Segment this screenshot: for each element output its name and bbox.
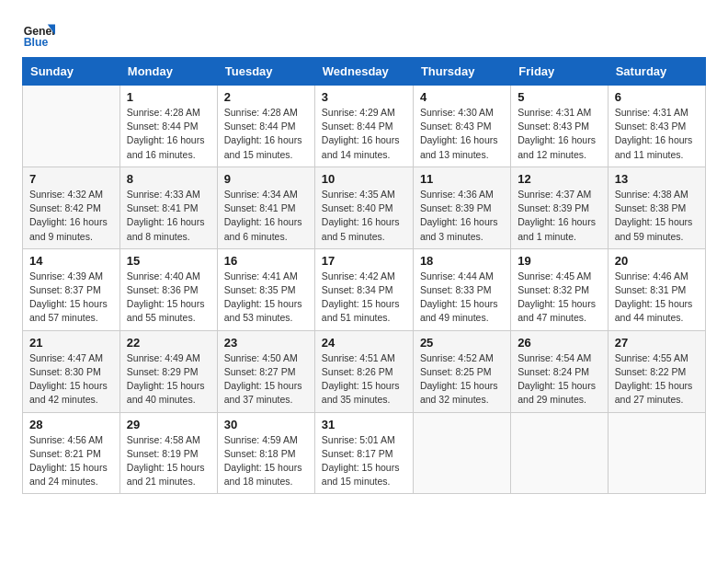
calendar-cell: 13Sunrise: 4:38 AM Sunset: 8:38 PM Dayli… xyxy=(608,167,705,248)
day-info: Sunrise: 4:37 AM Sunset: 8:39 PM Dayligh… xyxy=(518,188,600,244)
day-info: Sunrise: 4:55 AM Sunset: 8:22 PM Dayligh… xyxy=(615,351,699,408)
day-info: Sunrise: 4:50 AM Sunset: 8:27 PM Dayligh… xyxy=(224,351,308,408)
calendar-cell: 17Sunrise: 4:42 AM Sunset: 8:34 PM Dayli… xyxy=(314,248,413,330)
calendar-cell: 18Sunrise: 4:44 AM Sunset: 8:33 PM Dayli… xyxy=(413,248,510,330)
calendar-cell: 6Sunrise: 4:31 AM Sunset: 8:43 PM Daylig… xyxy=(608,86,705,167)
day-number: 19 xyxy=(518,254,600,268)
day-number: 20 xyxy=(615,254,699,268)
weekday-header-tuesday: Tuesday xyxy=(217,58,314,86)
day-info: Sunrise: 5:01 AM Sunset: 8:17 PM Dayligh… xyxy=(322,433,406,489)
calendar-cell: 27Sunrise: 4:55 AM Sunset: 8:22 PM Dayli… xyxy=(608,330,705,412)
day-info: Sunrise: 4:59 AM Sunset: 8:18 PM Dayligh… xyxy=(224,433,308,489)
day-info: Sunrise: 4:33 AM Sunset: 8:41 PM Dayligh… xyxy=(127,188,210,244)
day-number: 12 xyxy=(518,172,600,186)
day-number: 24 xyxy=(322,336,406,350)
weekday-header-thursday: Thursday xyxy=(413,58,510,86)
day-info: Sunrise: 4:49 AM Sunset: 8:29 PM Dayligh… xyxy=(127,351,210,408)
page-header: General Blue xyxy=(22,18,706,52)
calendar-cell: 19Sunrise: 4:45 AM Sunset: 8:32 PM Dayli… xyxy=(511,248,608,330)
day-number: 5 xyxy=(518,90,600,104)
day-info: Sunrise: 4:31 AM Sunset: 8:43 PM Dayligh… xyxy=(615,106,699,162)
day-number: 7 xyxy=(29,172,113,186)
calendar-cell: 26Sunrise: 4:54 AM Sunset: 8:24 PM Dayli… xyxy=(511,330,608,412)
day-info: Sunrise: 4:52 AM Sunset: 8:25 PM Dayligh… xyxy=(420,351,504,408)
day-number: 4 xyxy=(420,90,504,104)
day-info: Sunrise: 4:45 AM Sunset: 8:32 PM Dayligh… xyxy=(518,270,600,326)
day-info: Sunrise: 4:28 AM Sunset: 8:44 PM Dayligh… xyxy=(127,106,210,162)
calendar-week-row: 7Sunrise: 4:32 AM Sunset: 8:42 PM Daylig… xyxy=(23,167,706,248)
day-number: 30 xyxy=(224,418,308,431)
day-number: 23 xyxy=(224,336,308,350)
calendar-week-row: 1Sunrise: 4:28 AM Sunset: 8:44 PM Daylig… xyxy=(23,86,706,167)
calendar-cell: 11Sunrise: 4:36 AM Sunset: 8:39 PM Dayli… xyxy=(413,167,510,248)
day-info: Sunrise: 4:47 AM Sunset: 8:30 PM Dayligh… xyxy=(29,351,113,408)
calendar-cell: 2Sunrise: 4:28 AM Sunset: 8:44 PM Daylig… xyxy=(217,86,314,167)
day-info: Sunrise: 4:35 AM Sunset: 8:40 PM Dayligh… xyxy=(322,188,406,244)
day-info: Sunrise: 4:38 AM Sunset: 8:38 PM Dayligh… xyxy=(615,188,699,244)
day-info: Sunrise: 4:28 AM Sunset: 8:44 PM Dayligh… xyxy=(224,106,308,162)
calendar-week-row: 21Sunrise: 4:47 AM Sunset: 8:30 PM Dayli… xyxy=(23,330,706,412)
day-number: 6 xyxy=(615,90,699,104)
day-number: 15 xyxy=(127,254,210,268)
day-number: 11 xyxy=(420,172,504,186)
calendar-cell: 21Sunrise: 4:47 AM Sunset: 8:30 PM Dayli… xyxy=(23,330,120,412)
day-number: 31 xyxy=(322,418,406,431)
calendar-cell xyxy=(511,412,608,494)
calendar-cell: 28Sunrise: 4:56 AM Sunset: 8:21 PM Dayli… xyxy=(23,412,120,494)
calendar-cell: 4Sunrise: 4:30 AM Sunset: 8:43 PM Daylig… xyxy=(413,86,510,167)
day-info: Sunrise: 4:58 AM Sunset: 8:19 PM Dayligh… xyxy=(127,433,210,489)
day-info: Sunrise: 4:41 AM Sunset: 8:35 PM Dayligh… xyxy=(224,270,308,326)
logo: General Blue xyxy=(22,18,55,52)
day-info: Sunrise: 4:31 AM Sunset: 8:43 PM Dayligh… xyxy=(518,106,600,162)
calendar-week-row: 14Sunrise: 4:39 AM Sunset: 8:37 PM Dayli… xyxy=(23,248,706,330)
day-number: 21 xyxy=(29,336,113,350)
calendar-cell: 22Sunrise: 4:49 AM Sunset: 8:29 PM Dayli… xyxy=(119,330,217,412)
day-number: 8 xyxy=(127,172,210,186)
day-number: 26 xyxy=(518,336,600,350)
day-number: 25 xyxy=(420,336,504,350)
day-number: 22 xyxy=(127,336,210,350)
calendar-cell: 30Sunrise: 4:59 AM Sunset: 8:18 PM Dayli… xyxy=(217,412,314,494)
day-number: 14 xyxy=(29,254,113,268)
day-number: 1 xyxy=(127,90,210,104)
calendar-cell: 20Sunrise: 4:46 AM Sunset: 8:31 PM Dayli… xyxy=(608,248,705,330)
weekday-header-sunday: Sunday xyxy=(23,58,120,86)
day-info: Sunrise: 4:30 AM Sunset: 8:43 PM Dayligh… xyxy=(420,106,504,162)
day-info: Sunrise: 4:32 AM Sunset: 8:42 PM Dayligh… xyxy=(29,188,113,244)
day-info: Sunrise: 4:56 AM Sunset: 8:21 PM Dayligh… xyxy=(29,433,113,489)
day-number: 13 xyxy=(615,172,699,186)
calendar-cell: 31Sunrise: 5:01 AM Sunset: 8:17 PM Dayli… xyxy=(314,412,413,494)
day-info: Sunrise: 4:46 AM Sunset: 8:31 PM Dayligh… xyxy=(615,270,699,326)
calendar-cell: 5Sunrise: 4:31 AM Sunset: 8:43 PM Daylig… xyxy=(511,86,608,167)
day-number: 27 xyxy=(615,336,699,350)
calendar-cell: 12Sunrise: 4:37 AM Sunset: 8:39 PM Dayli… xyxy=(511,167,608,248)
day-number: 3 xyxy=(322,90,406,104)
calendar-cell: 7Sunrise: 4:32 AM Sunset: 8:42 PM Daylig… xyxy=(23,167,120,248)
logo-icon: General Blue xyxy=(22,18,55,52)
day-number: 18 xyxy=(420,254,504,268)
day-number: 28 xyxy=(29,418,113,431)
day-info: Sunrise: 4:42 AM Sunset: 8:34 PM Dayligh… xyxy=(322,270,406,326)
day-number: 17 xyxy=(322,254,406,268)
day-number: 29 xyxy=(127,418,210,431)
day-info: Sunrise: 4:34 AM Sunset: 8:41 PM Dayligh… xyxy=(224,188,308,244)
calendar-week-row: 28Sunrise: 4:56 AM Sunset: 8:21 PM Dayli… xyxy=(23,412,706,494)
calendar-cell: 14Sunrise: 4:39 AM Sunset: 8:37 PM Dayli… xyxy=(23,248,120,330)
day-number: 10 xyxy=(322,172,406,186)
day-info: Sunrise: 4:36 AM Sunset: 8:39 PM Dayligh… xyxy=(420,188,504,244)
weekday-header-wednesday: Wednesday xyxy=(314,58,413,86)
calendar-cell: 10Sunrise: 4:35 AM Sunset: 8:40 PM Dayli… xyxy=(314,167,413,248)
calendar-cell: 29Sunrise: 4:58 AM Sunset: 8:19 PM Dayli… xyxy=(119,412,217,494)
calendar-cell: 24Sunrise: 4:51 AM Sunset: 8:26 PM Dayli… xyxy=(314,330,413,412)
svg-text:Blue: Blue xyxy=(24,36,49,49)
day-info: Sunrise: 4:44 AM Sunset: 8:33 PM Dayligh… xyxy=(420,270,504,326)
weekday-header-row: SundayMondayTuesdayWednesdayThursdayFrid… xyxy=(23,58,706,86)
calendar-cell: 25Sunrise: 4:52 AM Sunset: 8:25 PM Dayli… xyxy=(413,330,510,412)
day-number: 2 xyxy=(224,90,308,104)
calendar-cell: 15Sunrise: 4:40 AM Sunset: 8:36 PM Dayli… xyxy=(119,248,217,330)
calendar-cell: 1Sunrise: 4:28 AM Sunset: 8:44 PM Daylig… xyxy=(119,86,217,167)
day-info: Sunrise: 4:39 AM Sunset: 8:37 PM Dayligh… xyxy=(29,270,113,326)
calendar-table: SundayMondayTuesdayWednesdayThursdayFrid… xyxy=(22,57,706,494)
day-number: 16 xyxy=(224,254,308,268)
day-info: Sunrise: 4:54 AM Sunset: 8:24 PM Dayligh… xyxy=(518,351,600,408)
